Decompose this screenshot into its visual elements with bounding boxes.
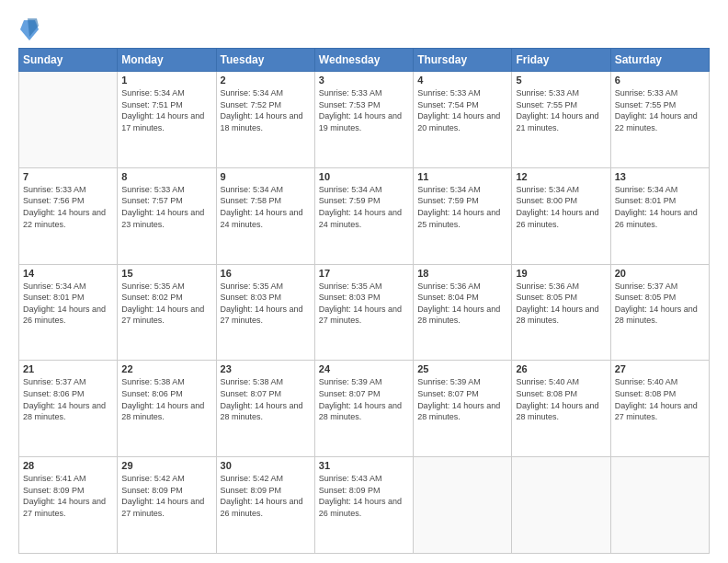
calendar-header-saturday: Saturday	[610, 49, 709, 72]
calendar-day-cell: 2Sunrise: 5:34 AMSunset: 7:52 PMDaylight…	[216, 72, 314, 168]
day-info: Sunrise: 5:33 AMSunset: 7:54 PMDaylight:…	[417, 87, 507, 133]
day-info: Sunrise: 5:38 AMSunset: 8:07 PMDaylight:…	[221, 376, 311, 422]
day-info: Sunrise: 5:33 AMSunset: 7:55 PMDaylight:…	[516, 87, 606, 133]
calendar-day-cell	[414, 457, 512, 554]
day-number: 2	[221, 75, 311, 86]
day-info: Sunrise: 5:34 AMSunset: 8:00 PMDaylight:…	[516, 184, 606, 230]
calendar-day-cell: 5Sunrise: 5:33 AMSunset: 7:55 PMDaylight…	[512, 72, 610, 168]
calendar-day-cell: 23Sunrise: 5:38 AMSunset: 8:07 PMDayligh…	[216, 361, 314, 457]
calendar-day-cell: 19Sunrise: 5:36 AMSunset: 8:05 PMDayligh…	[512, 264, 610, 361]
day-number: 11	[417, 171, 507, 182]
day-number: 4	[417, 75, 507, 86]
day-number: 13	[615, 171, 705, 182]
day-info: Sunrise: 5:37 AMSunset: 8:05 PMDaylight:…	[615, 281, 705, 327]
day-info: Sunrise: 5:39 AMSunset: 8:07 PMDaylight:…	[319, 376, 409, 422]
page: SundayMondayTuesdayWednesdayThursdayFrid…	[0, 0, 728, 563]
day-info: Sunrise: 5:33 AMSunset: 7:55 PMDaylight:…	[615, 87, 705, 133]
day-number: 22	[121, 363, 211, 374]
day-info: Sunrise: 5:34 AMSunset: 7:59 PMDaylight:…	[417, 184, 507, 230]
day-info: Sunrise: 5:42 AMSunset: 8:09 PMDaylight:…	[121, 473, 211, 519]
calendar-day-cell: 28Sunrise: 5:41 AMSunset: 8:09 PMDayligh…	[19, 457, 118, 554]
calendar-header-row: SundayMondayTuesdayWednesdayThursdayFrid…	[19, 49, 710, 72]
calendar-day-cell: 6Sunrise: 5:33 AMSunset: 7:55 PMDaylight…	[610, 72, 709, 168]
day-number: 15	[121, 268, 211, 279]
calendar-header-friday: Friday	[512, 49, 610, 72]
day-number: 16	[221, 268, 311, 279]
calendar-day-cell: 9Sunrise: 5:34 AMSunset: 7:58 PMDaylight…	[216, 167, 314, 264]
calendar-day-cell: 7Sunrise: 5:33 AMSunset: 7:56 PMDaylight…	[19, 167, 118, 264]
calendar-day-cell: 27Sunrise: 5:40 AMSunset: 8:08 PMDayligh…	[610, 361, 709, 457]
day-info: Sunrise: 5:33 AMSunset: 7:57 PMDaylight:…	[121, 184, 211, 230]
calendar-day-cell: 14Sunrise: 5:34 AMSunset: 8:01 PMDayligh…	[19, 264, 118, 361]
calendar-day-cell: 26Sunrise: 5:40 AMSunset: 8:08 PMDayligh…	[512, 361, 610, 457]
calendar-day-cell: 13Sunrise: 5:34 AMSunset: 8:01 PMDayligh…	[610, 167, 709, 264]
day-info: Sunrise: 5:41 AMSunset: 8:09 PMDaylight:…	[23, 473, 113, 519]
day-info: Sunrise: 5:34 AMSunset: 7:51 PMDaylight:…	[121, 87, 211, 133]
day-number: 3	[319, 75, 409, 86]
day-info: Sunrise: 5:35 AMSunset: 8:02 PMDaylight:…	[121, 281, 211, 327]
day-number: 14	[23, 268, 113, 279]
day-info: Sunrise: 5:35 AMSunset: 8:03 PMDaylight:…	[319, 281, 409, 327]
day-number: 30	[221, 460, 311, 471]
day-number: 23	[221, 363, 311, 374]
calendar-day-cell: 12Sunrise: 5:34 AMSunset: 8:00 PMDayligh…	[512, 167, 610, 264]
day-number: 25	[417, 363, 507, 374]
day-info: Sunrise: 5:38 AMSunset: 8:06 PMDaylight:…	[121, 376, 211, 422]
day-number: 18	[417, 268, 507, 279]
calendar-day-cell	[512, 457, 610, 554]
calendar-day-cell: 18Sunrise: 5:36 AMSunset: 8:04 PMDayligh…	[414, 264, 512, 361]
day-number: 10	[319, 171, 409, 182]
day-number: 26	[516, 363, 606, 374]
day-number: 12	[516, 171, 606, 182]
calendar-day-cell: 11Sunrise: 5:34 AMSunset: 7:59 PMDayligh…	[414, 167, 512, 264]
day-number: 5	[516, 75, 606, 86]
day-number: 8	[121, 171, 211, 182]
calendar-day-cell: 17Sunrise: 5:35 AMSunset: 8:03 PMDayligh…	[314, 264, 413, 361]
day-info: Sunrise: 5:40 AMSunset: 8:08 PMDaylight:…	[615, 376, 705, 422]
day-number: 31	[319, 460, 409, 471]
logo	[18, 17, 39, 42]
day-number: 28	[23, 460, 113, 471]
day-info: Sunrise: 5:43 AMSunset: 8:09 PMDaylight:…	[319, 473, 409, 519]
day-number: 20	[615, 268, 705, 279]
calendar-day-cell: 10Sunrise: 5:34 AMSunset: 7:59 PMDayligh…	[314, 167, 413, 264]
calendar-day-cell: 30Sunrise: 5:42 AMSunset: 8:09 PMDayligh…	[216, 457, 314, 554]
day-info: Sunrise: 5:39 AMSunset: 8:07 PMDaylight:…	[417, 376, 507, 422]
day-info: Sunrise: 5:34 AMSunset: 8:01 PMDaylight:…	[23, 281, 113, 327]
day-number: 21	[23, 363, 113, 374]
calendar-day-cell: 1Sunrise: 5:34 AMSunset: 7:51 PMDaylight…	[118, 72, 216, 168]
calendar-day-cell	[19, 72, 118, 168]
calendar-week-row: 14Sunrise: 5:34 AMSunset: 8:01 PMDayligh…	[19, 264, 710, 361]
calendar-table: SundayMondayTuesdayWednesdayThursdayFrid…	[18, 48, 710, 554]
calendar-day-cell: 25Sunrise: 5:39 AMSunset: 8:07 PMDayligh…	[414, 361, 512, 457]
day-number: 29	[121, 460, 211, 471]
day-info: Sunrise: 5:40 AMSunset: 8:08 PMDaylight:…	[516, 376, 606, 422]
day-info: Sunrise: 5:34 AMSunset: 7:59 PMDaylight:…	[319, 184, 409, 230]
calendar-day-cell: 24Sunrise: 5:39 AMSunset: 8:07 PMDayligh…	[314, 361, 413, 457]
calendar-week-row: 28Sunrise: 5:41 AMSunset: 8:09 PMDayligh…	[19, 457, 710, 554]
day-info: Sunrise: 5:34 AMSunset: 8:01 PMDaylight:…	[615, 184, 705, 230]
day-number: 1	[121, 75, 211, 86]
calendar-day-cell: 31Sunrise: 5:43 AMSunset: 8:09 PMDayligh…	[314, 457, 413, 554]
day-number: 6	[615, 75, 705, 86]
calendar-week-row: 7Sunrise: 5:33 AMSunset: 7:56 PMDaylight…	[19, 167, 710, 264]
logo-icon	[20, 17, 39, 42]
day-info: Sunrise: 5:35 AMSunset: 8:03 PMDaylight:…	[221, 281, 311, 327]
calendar-day-cell: 21Sunrise: 5:37 AMSunset: 8:06 PMDayligh…	[19, 361, 118, 457]
calendar-header-wednesday: Wednesday	[314, 49, 413, 72]
day-number: 7	[23, 171, 113, 182]
calendar-day-cell: 3Sunrise: 5:33 AMSunset: 7:53 PMDaylight…	[314, 72, 413, 168]
day-info: Sunrise: 5:33 AMSunset: 7:53 PMDaylight:…	[319, 87, 409, 133]
calendar-header-monday: Monday	[118, 49, 216, 72]
calendar-header-sunday: Sunday	[19, 49, 118, 72]
calendar-header-tuesday: Tuesday	[216, 49, 314, 72]
day-info: Sunrise: 5:37 AMSunset: 8:06 PMDaylight:…	[23, 376, 113, 422]
calendar-day-cell: 15Sunrise: 5:35 AMSunset: 8:02 PMDayligh…	[118, 264, 216, 361]
day-info: Sunrise: 5:33 AMSunset: 7:56 PMDaylight:…	[23, 184, 113, 230]
day-info: Sunrise: 5:34 AMSunset: 7:52 PMDaylight:…	[221, 87, 311, 133]
calendar-day-cell: 22Sunrise: 5:38 AMSunset: 8:06 PMDayligh…	[118, 361, 216, 457]
calendar-day-cell: 29Sunrise: 5:42 AMSunset: 8:09 PMDayligh…	[118, 457, 216, 554]
day-number: 27	[615, 363, 705, 374]
day-number: 9	[221, 171, 311, 182]
day-info: Sunrise: 5:42 AMSunset: 8:09 PMDaylight:…	[221, 473, 311, 519]
